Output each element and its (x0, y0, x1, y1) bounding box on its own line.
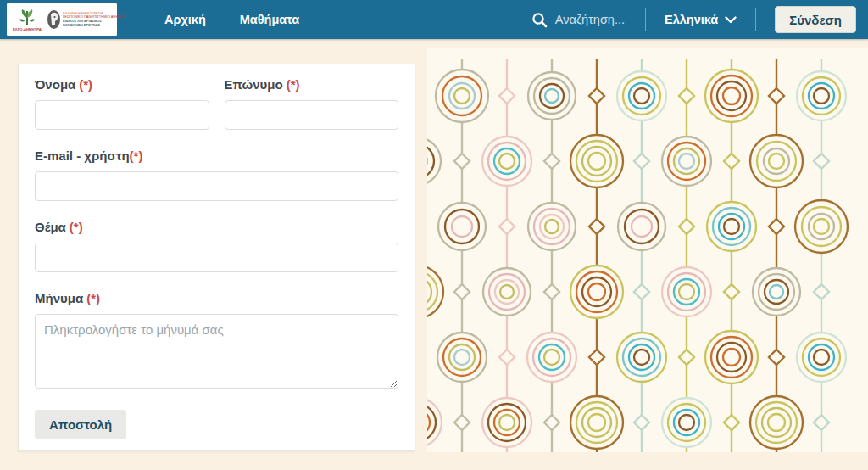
email-input[interactable] (35, 171, 398, 201)
page: ΕΛΓΟ-ΔΗΜΗΤΡΑ ΕΛΛΗΝΙΚΗ ΔΗΜΟΚΡΑΤΙΑ ΓΕΩΠΟΝΙ… (0, 0, 868, 470)
required-marker: (*) (70, 220, 83, 234)
first-name-field-group: Όνομα(*) (35, 77, 209, 130)
university-logo: ΕΛΛΗΝΙΚΗ ΔΗΜΟΚΡΑΤΙΑ ΓΕΩΠΟΝΙΚΟ ΠΑΝΕΠΙΣΤΗΜ… (47, 9, 133, 30)
language-label: Ελληνικά (665, 13, 718, 26)
elgo-dimitra-logo: ΕΛΓΟ-ΔΗΜΗΤΡΑ (10, 8, 44, 31)
subject-field-group: Θέμα(*) (35, 220, 398, 272)
language-selector[interactable]: Ελληνικά (665, 13, 737, 26)
header: ΕΛΓΟ-ΔΗΜΗΤΡΑ ΕΛΛΗΝΙΚΗ ΔΗΜΟΚΡΑΤΙΑ ΓΕΩΠΟΝΙ… (0, 0, 868, 39)
first-name-input[interactable] (35, 100, 209, 130)
elgo-plant-icon (16, 8, 38, 26)
header-right: Αναζήτηση... Ελληνικά Σύνδεση (530, 6, 856, 33)
last-name-label: Επώνυμο(*) (225, 77, 399, 92)
first-name-label: Όνομα(*) (35, 77, 209, 92)
message-field-group: Μήνυμα(*) (35, 291, 398, 392)
chevron-down-icon (725, 16, 737, 24)
header-divider (755, 8, 756, 31)
required-marker: (*) (130, 148, 143, 163)
submit-button[interactable]: Αποστολή (35, 410, 126, 439)
required-marker: (*) (79, 77, 92, 92)
university-logo-text: ΕΛΛΗΝΙΚΗ ΔΗΜΟΚΡΑΤΙΑ ΓΕΩΠΟΝΙΚΟ ΠΑΝΕΠΙΣΤΗΜ… (63, 12, 133, 27)
required-marker: (*) (287, 77, 300, 92)
main-nav: Αρχική Μαθήματα (164, 13, 299, 26)
last-name-field-group: Επώνυμο(*) (225, 77, 399, 130)
email-label: E-mail - χρήστη(*) (35, 148, 398, 163)
search-icon (531, 12, 548, 28)
contact-form-card: Όνομα(*) Επώνυμο(*) E-mail - χρήστη(*) Θ… (18, 64, 415, 451)
nav-item-courses[interactable]: Μαθήματα (240, 13, 299, 26)
name-row: Όνομα(*) Επώνυμο(*) (35, 77, 398, 130)
logo-text-line: ΚΟΝΔΥΛΙΩΝ ΕΡΕΥΝΑΣ (63, 24, 125, 27)
header-divider (645, 8, 646, 31)
subject-input[interactable] (35, 243, 398, 272)
message-textarea[interactable] (35, 314, 398, 389)
subject-label: Θέμα(*) (35, 220, 398, 234)
athena-head-icon (47, 9, 61, 30)
login-button[interactable]: Σύνδεση (775, 6, 856, 33)
circles-pattern-graphic (427, 48, 868, 452)
search-placeholder-text: Αναζήτηση... (555, 13, 625, 26)
decorative-pattern (427, 48, 868, 452)
message-label: Μήνυμα(*) (35, 291, 398, 305)
elgo-logo-text: ΕΛΓΟ-ΔΗΜΗΤΡΑ (13, 26, 42, 31)
last-name-input[interactable] (225, 100, 399, 130)
required-marker: (*) (86, 291, 100, 305)
email-field-group: E-mail - χρήστη(*) (35, 148, 398, 201)
header-search[interactable]: Αναζήτηση... (530, 8, 626, 31)
nav-item-home[interactable]: Αρχική (164, 13, 206, 26)
site-logo[interactable]: ΕΛΓΟ-ΔΗΜΗΤΡΑ ΕΛΛΗΝΙΚΗ ΔΗΜΟΚΡΑΤΙΑ ΓΕΩΠΟΝΙ… (7, 3, 117, 36)
